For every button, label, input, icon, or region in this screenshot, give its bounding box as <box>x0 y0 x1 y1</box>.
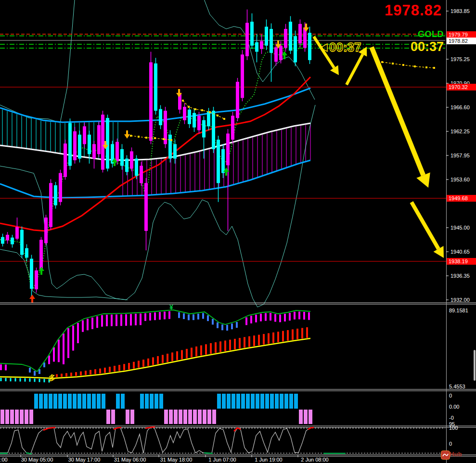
price-tick-label: 1940.65 <box>450 249 470 255</box>
price-level-badge: 1978.82 <box>447 38 476 44</box>
price-tick-label: 1966.60 <box>450 105 470 110</box>
band-hatch <box>2 110 310 196</box>
bands <box>0 0 315 307</box>
eahub-logo: EAHub <box>441 450 462 458</box>
price-tick-label: 1962.25 <box>450 129 470 134</box>
price-tick-label: 1983.85 <box>450 9 470 14</box>
indicator1-max-label: 89.1581 <box>449 308 468 313</box>
time-tick-label: 1 Jun 19:00 <box>244 457 293 463</box>
indicator1-min-label: 5.4553 <box>449 384 465 389</box>
price-tick-label: 1975.25 <box>450 57 470 62</box>
time-tick-label: 30 May 05:00 <box>13 457 61 463</box>
trend-arrows <box>314 37 444 258</box>
indicator3-level-label: 100 <box>449 425 458 431</box>
price-level-badge: 1938.19 <box>447 258 476 265</box>
axis-marks <box>21 0 449 463</box>
mt4-gold-chart: 1983.851975.251970.901966.601962.251957.… <box>0 0 476 463</box>
time-tick-label: 30 May 17:00 <box>60 457 108 463</box>
price-tick-label: 1953.60 <box>450 177 470 182</box>
current-price-display: 1978.82 <box>366 2 442 19</box>
indicator-flower-marker: ¥ <box>169 303 173 311</box>
bar-countdown-timer: 00:37 <box>393 39 444 54</box>
indicator2-level-label: -0 <box>449 415 454 421</box>
bar-countdown-ghost: 00:37 <box>329 40 361 55</box>
cursor-triangle-icon <box>319 42 329 53</box>
symbol-label: GOLD <box>410 29 444 39</box>
price-level-badge: 1979.79 <box>447 31 476 38</box>
price-level-badge: 1970.32 <box>447 84 476 90</box>
long-signal-marker: 多 <box>49 373 56 383</box>
indicator2-level-label: 0.00 <box>449 404 459 410</box>
indicator3-oscillator-window <box>0 427 445 454</box>
price-tick-label: 1945.00 <box>450 225 470 231</box>
price-tick-label: 1936.35 <box>450 273 470 279</box>
indicator2-level-label: 0 <box>449 393 452 399</box>
indicator1-macd-window <box>0 310 310 383</box>
price-tick-label: 1957.95 <box>450 153 470 158</box>
time-tick-label: 1 Jun 07:00 <box>198 457 246 463</box>
price-tick-label: 1932.00 <box>450 297 470 303</box>
axis-scrollbar-thumb[interactable] <box>474 350 476 381</box>
time-tick-label: 31 May 06:00 <box>106 457 154 463</box>
indicator3-level-label: 0 <box>449 441 452 447</box>
chart-canvas[interactable] <box>0 0 476 463</box>
price-level-badge: 1949.68 <box>447 195 476 202</box>
time-tick-label: 31 May 18:00 <box>152 457 200 463</box>
eahub-icon <box>441 450 450 460</box>
time-tick-label: 2 Jun 08:00 <box>291 457 339 463</box>
indicator2-histogram-window <box>0 394 312 424</box>
